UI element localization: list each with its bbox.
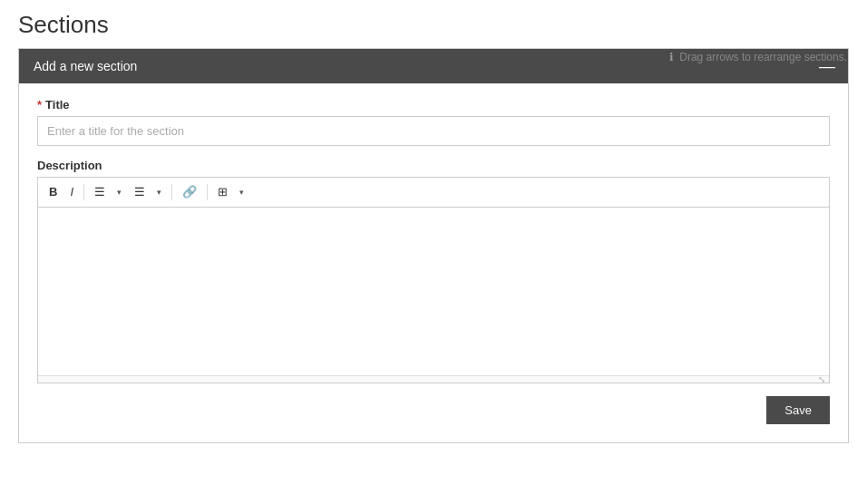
ordered-list-button[interactable]: ☰: [129, 181, 151, 203]
unordered-list-dropdown[interactable]: ▾: [111, 184, 127, 201]
page-container: Sections ℹ Drag arrows to rearrange sect…: [0, 0, 867, 504]
section-header-title: Add a new section: [32, 59, 137, 73]
drag-hint: ℹ Drag arrows to rearrange sections.: [669, 51, 847, 63]
table-dropdown[interactable]: ▾: [233, 184, 249, 201]
header-label-text: Add a new section: [34, 59, 137, 73]
link-button[interactable]: 🔗: [177, 181, 202, 203]
table-button[interactable]: ⊞: [212, 181, 233, 203]
unordered-list-button[interactable]: ☰: [89, 181, 111, 203]
title-label-text: Title: [45, 98, 70, 111]
table-icon: ⊞: [218, 184, 228, 200]
table-group: ⊞ ▾: [212, 181, 249, 203]
title-input[interactable]: [37, 116, 830, 146]
toolbar-divider-1: [83, 184, 84, 200]
info-icon: ℹ: [669, 51, 674, 63]
ordered-list-dropdown[interactable]: ▾: [151, 184, 167, 201]
page-title: Sections: [18, 11, 849, 39]
ordered-list-group: ☰ ▾: [129, 181, 167, 203]
section-body: * Title Description B I ☰ ▾: [19, 83, 848, 442]
editor-toolbar: B I ☰ ▾ ☰: [38, 178, 829, 208]
sections-outer-box: Add a new section — * Title Description …: [18, 48, 849, 443]
editor-resize-bar[interactable]: ⤡: [38, 375, 829, 383]
title-required-star: *: [37, 98, 42, 111]
unordered-list-group: ☰ ▾: [89, 181, 127, 203]
resize-handle-icon: ⤡: [818, 374, 825, 384]
ol-dropdown-arrow: ▾: [157, 187, 161, 199]
editor-body[interactable]: [38, 208, 829, 375]
ul-dropdown-arrow: ▾: [117, 187, 122, 199]
link-icon: 🔗: [182, 184, 197, 200]
table-dropdown-arrow: ▾: [239, 187, 244, 199]
ul-icon: ☰: [94, 184, 105, 200]
bold-button[interactable]: B: [44, 181, 63, 203]
form-actions: Save: [37, 396, 830, 424]
ol-icon: ☰: [134, 184, 145, 200]
toolbar-divider-2: [171, 184, 172, 200]
save-button[interactable]: Save: [766, 396, 830, 424]
editor-container: B I ☰ ▾ ☰: [37, 177, 830, 383]
title-field-label: * Title: [37, 98, 830, 111]
italic-button[interactable]: I: [64, 181, 79, 203]
toolbar-divider-3: [207, 184, 208, 200]
description-label: Description: [37, 159, 830, 172]
drag-hint-text: Drag arrows to rearrange sections.: [679, 51, 847, 63]
